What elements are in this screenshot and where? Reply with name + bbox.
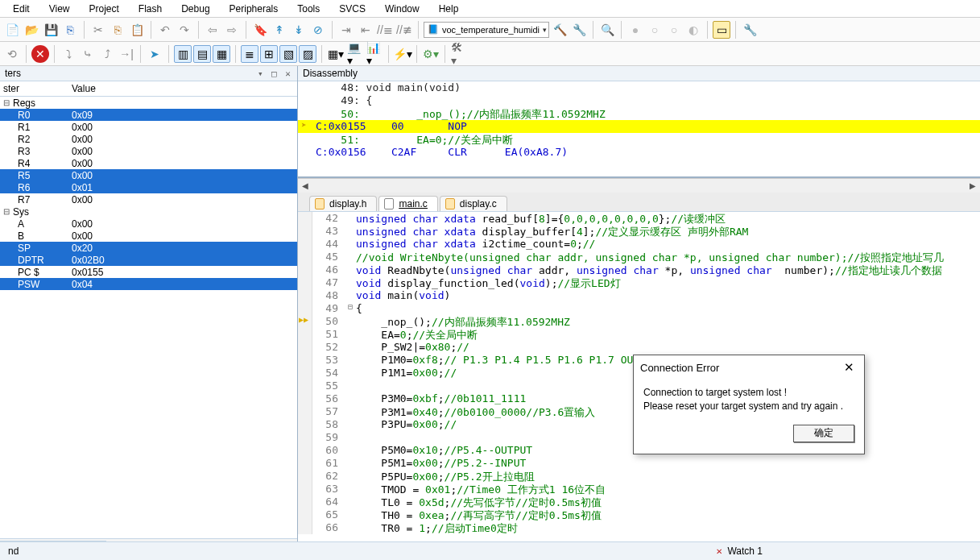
new-file-icon[interactable]: 📄 [3, 21, 21, 39]
register-row[interactable]: R00x09 [0, 109, 297, 121]
register-row[interactable]: DPTR0x02B0 [0, 254, 297, 266]
bookmark-next-icon[interactable]: ↡ [290, 21, 308, 39]
outdent-icon[interactable]: ⇤ [357, 21, 374, 39]
code-line[interactable]: 50 _nop_();//内部晶振频率11.0592MHZ [298, 315, 980, 328]
reset-icon[interactable]: ⟲ [3, 45, 21, 63]
code-line[interactable]: 52 P_SW2|=0x80;// [298, 341, 980, 354]
close-icon[interactable]: ✕ [841, 360, 858, 375]
disasm-line[interactable]: 49: { [298, 94, 980, 107]
menu-edit[interactable]: Edit [3, 1, 39, 17]
win-sym-icon[interactable]: ▦ [213, 45, 230, 63]
scroll-right-icon[interactable]: ▶ [966, 181, 980, 190]
code-line[interactable]: 51 EA=0;//关全局中断 [298, 328, 980, 341]
register-row[interactable]: R10x00 [0, 121, 297, 133]
nav-fwd-icon[interactable]: ⇨ [223, 21, 241, 39]
win-regs-icon[interactable]: ≣ [241, 45, 258, 63]
mem-icon[interactable]: ▦▾ [327, 45, 345, 63]
disasm-line[interactable]: 51: EA=0;//关全局中断 [298, 133, 980, 146]
menu-svcs[interactable]: SVCS [329, 1, 375, 17]
show-next-icon[interactable]: ➤ [146, 45, 163, 63]
disasm-line[interactable]: C:0x0155 00 NOP [298, 120, 980, 133]
code-line[interactable]: 66 TR0 = 1;//启动Time0定时 [298, 521, 980, 534]
register-row[interactable]: R60x01 [0, 181, 297, 193]
register-row[interactable]: R70x00 [0, 193, 297, 205]
disasm-scrollbar[interactable]: ◀ ▶ [298, 178, 980, 193]
win-disasm-icon[interactable]: ▤ [193, 45, 211, 63]
code-line[interactable]: 43unsigned char xdata display_buffer[4];… [298, 225, 980, 238]
open-icon[interactable]: 📂 [23, 21, 40, 39]
redo-icon[interactable]: ↷ [176, 21, 193, 39]
save-icon[interactable]: 💾 [42, 21, 60, 39]
bookmark-prev-icon[interactable]: ↟ [271, 21, 288, 39]
tools-icon[interactable]: 🛠▾ [450, 45, 468, 63]
indent-icon[interactable]: ⇥ [337, 21, 355, 39]
code-line[interactable]: 63 TMOD = 0x01;//Time0 工作方式1 16位不自 [298, 483, 980, 496]
b3-icon[interactable]: ○ [665, 21, 683, 39]
register-row[interactable]: R20x00 [0, 133, 297, 145]
register-row[interactable]: R30x00 [0, 145, 297, 157]
b1-icon[interactable]: ● [626, 21, 644, 39]
menu-help[interactable]: Help [429, 1, 469, 17]
disasm-line[interactable]: 50: _nop_();//内部晶振频率11.0592MHZ [298, 107, 980, 120]
menu-project[interactable]: Project [79, 1, 128, 17]
build-icon[interactable]: 🔨 [551, 21, 569, 39]
code-line[interactable]: 48void main(void) [298, 289, 980, 302]
copy-icon[interactable]: ⎘ [109, 21, 126, 39]
disasm-line[interactable]: C:0x0156 C2AF CLR EA(0xA8.7) [298, 146, 980, 159]
register-row[interactable]: B0x00 [0, 230, 297, 242]
run-to-icon[interactable]: →| [118, 45, 135, 63]
bookmark-clear-icon[interactable]: ⊘ [309, 21, 327, 39]
code-line[interactable]: 64 TL0 = 0x5d;//先写低字节//定时0.5ms初值 [298, 496, 980, 508]
config-icon[interactable]: 🔧 [741, 21, 759, 39]
undo-icon[interactable]: ↶ [156, 21, 174, 39]
dialog-ok-button[interactable]: 确定 [793, 425, 854, 442]
win-local-icon[interactable]: ▧ [279, 45, 297, 63]
system-icon[interactable]: ⚙▾ [422, 45, 440, 63]
code-line[interactable]: 65 TH0 = 0xea;//再写高字节//定时0.5ms初值 [298, 508, 980, 521]
target-combo[interactable]: 📘 voc_temperature_humidi ▾ [424, 22, 549, 38]
debug-start-icon[interactable]: 🔍 [598, 21, 616, 39]
win-stack-icon[interactable]: ⊞ [260, 45, 278, 63]
paste-icon[interactable]: 📋 [128, 21, 146, 39]
uncomment-icon[interactable]: //≢ [395, 21, 413, 39]
window-icon[interactable]: ▭ [713, 21, 730, 39]
scroll-left-icon[interactable]: ◀ [298, 181, 312, 190]
code-line[interactable]: 49⊟{ [298, 302, 980, 315]
b2-icon[interactable]: ○ [646, 21, 664, 39]
win-watch-icon[interactable]: ▨ [299, 45, 316, 63]
code-line[interactable]: 62 P5PU=0x00;//P5.2开上拉电阻 [298, 470, 980, 483]
pane-controls[interactable]: ▾ □ ✕ [258, 68, 292, 79]
menu-tools[interactable]: Tools [287, 1, 329, 17]
stop-icon[interactable]: ✕ [31, 45, 49, 63]
footer-watch[interactable]: ✕ Watch 1 [708, 545, 771, 557]
menu-peripherals[interactable]: Peripherals [220, 1, 288, 17]
code-line[interactable]: 45//void WriteNbyte(unsigned char addr, … [298, 251, 980, 263]
register-row[interactable]: R40x00 [0, 157, 297, 169]
menu-view[interactable]: View [39, 1, 80, 17]
register-row[interactable]: A0x00 [0, 218, 297, 230]
code-line[interactable]: 47void display_function_led(void);//显示LE… [298, 276, 980, 289]
code-line[interactable]: 42unsigned char xdata read_buf[8]={0,0,0… [298, 212, 980, 225]
serial-icon[interactable]: 💻▾ [346, 45, 364, 63]
sys-group[interactable]: Sys [0, 205, 297, 218]
analysis-icon[interactable]: 📊▾ [366, 45, 383, 63]
register-row[interactable]: R50x00 [0, 169, 297, 181]
nav-back-icon[interactable]: ⇦ [204, 21, 221, 39]
menu-debug[interactable]: Debug [172, 1, 219, 17]
save-all-icon[interactable]: ⎘ [61, 21, 79, 39]
tab-main-c[interactable]: main.c [378, 196, 437, 211]
code-line[interactable]: 61 P5M1=0x00;//P5.2--INPUT [298, 457, 980, 470]
menu-window[interactable]: Window [375, 1, 429, 17]
win-cmd-icon[interactable]: ▥ [174, 45, 192, 63]
step-into-icon[interactable]: ⤵ [60, 45, 77, 63]
register-row[interactable]: PSW0x04 [0, 278, 297, 290]
regs-group[interactable]: Regs [0, 97, 297, 109]
trace-icon[interactable]: ⚡▾ [394, 45, 411, 63]
cut-icon[interactable]: ✂ [89, 21, 107, 39]
code-line[interactable]: 46void ReadNbyte(unsigned char addr, uns… [298, 263, 980, 276]
disasm-line[interactable]: 48: void main(void) [298, 81, 980, 94]
tab-display-h[interactable]: display.h [309, 196, 377, 211]
register-row[interactable]: SP0x20 [0, 242, 297, 254]
step-out-icon[interactable]: ⤴ [98, 45, 116, 63]
code-line[interactable]: 44unsigned char xdata i2ctime_count=0;// [298, 238, 980, 251]
